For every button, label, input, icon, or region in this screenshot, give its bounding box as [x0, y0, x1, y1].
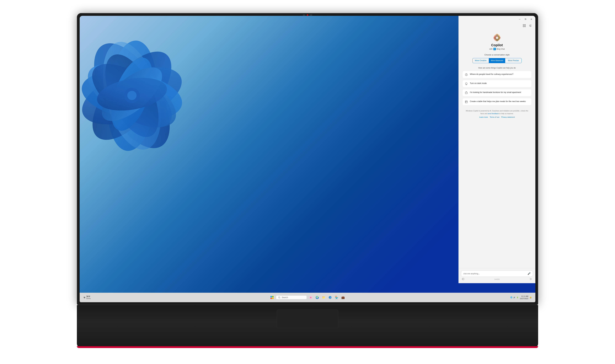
style-buttons: More Creative More Balanced More Precise [472, 58, 522, 63]
search-placeholder: Search [282, 296, 288, 299]
volume-icon[interactable]: 🔊 [513, 296, 516, 299]
svg-point-13 [127, 91, 136, 100]
conversation-style-label: Choose a conversation style [484, 54, 509, 56]
svg-rect-15 [525, 25, 525, 25]
search-icon [278, 296, 281, 299]
wallpaper-flower [80, 16, 221, 172]
taskbar-app-icon-5[interactable]: 🏪 [334, 295, 339, 300]
send-feedback-link[interactable]: send feedback [488, 113, 499, 115]
svg-point-18 [496, 37, 498, 39]
camera-led [307, 14, 308, 16]
grid-icon[interactable] [522, 23, 527, 28]
clock-date: 10/27/2023 [520, 298, 528, 300]
edge-icon [328, 296, 332, 299]
learn-more-link[interactable]: Learn more [479, 116, 488, 118]
suggestion-item-4[interactable]: Create a table that helps me plan meals … [462, 98, 532, 105]
copilot-content: Copilot with b Bing Chat Choose a conver… [459, 29, 535, 268]
style-balanced-button[interactable]: More Balanced [489, 58, 505, 63]
svg-rect-20 [465, 92, 468, 94]
suggestion-icon-4 [465, 100, 468, 104]
svg-point-27 [329, 296, 332, 299]
bing-label: Bing Chat [497, 48, 505, 50]
network-icon[interactable]: 🌐 [510, 296, 512, 299]
chat-input-area: 🎤 0/4000 [459, 268, 535, 283]
laptop: ─ ⧉ ✕ [62, 13, 553, 351]
system-tray: 🌐 🔊 🔋 [510, 296, 519, 299]
terms-link[interactable]: Terms of use [490, 116, 499, 118]
wallpaper: ─ ⧉ ✕ [80, 16, 535, 293]
close-button[interactable]: ✕ [529, 17, 534, 21]
bing-badge: with b Bing Chat [489, 48, 505, 50]
chat-footer: 0/4000 [461, 277, 533, 281]
taskbar-app-icon-3[interactable]: 📁 [321, 295, 326, 300]
svg-rect-16 [523, 26, 524, 27]
taskbar-right: 🌐 🔊 🔋 11:11 AM 10/27/2023 🔔 [510, 295, 532, 300]
suggestion-item-2[interactable]: Turn on dark mode [462, 80, 532, 87]
clock-time: 11:11 AM [520, 295, 528, 297]
microphone-icon[interactable]: 🎤 [528, 272, 531, 275]
taskbar-app-icon-6[interactable]: 💼 [341, 295, 346, 300]
char-count: 0/4000 [495, 278, 500, 280]
copilot-title: Copilot [491, 43, 503, 47]
desktop: ─ ⧉ ✕ [80, 16, 535, 302]
suggestion-icon-2 [465, 82, 468, 85]
svg-rect-14 [523, 25, 524, 25]
bing-subtitle: with [489, 48, 493, 50]
chat-input-box: 🎤 [461, 271, 533, 277]
notification-icon[interactable]: 🔔 [530, 296, 532, 299]
suggestion-text-1: Where do people travel for culinary expe… [470, 73, 513, 76]
suggestion-item-3[interactable]: I'm looking for handmade furniture for m… [462, 89, 532, 96]
svg-rect-25 [272, 298, 274, 299]
start-button[interactable] [269, 295, 274, 300]
svg-rect-17 [525, 26, 525, 27]
svg-rect-23 [272, 296, 274, 297]
style-precise-button[interactable]: More Precise [505, 58, 521, 63]
svg-rect-22 [270, 296, 272, 297]
svg-rect-21 [465, 101, 468, 103]
taskbar-app-icon-1[interactable]: 🌸 [308, 295, 313, 300]
privacy-link[interactable]: Privacy statement [501, 116, 515, 118]
suggestion-text-2: Turn on dark mode [470, 82, 487, 85]
screen-bezel: ─ ⧉ ✕ [80, 16, 535, 302]
taskbar-center: Search 🌸 🌍 📁 🏪 💼 [269, 295, 346, 300]
screen-lid: ─ ⧉ ✕ [77, 13, 538, 305]
ir-sensor [310, 14, 312, 16]
keyboard-base [77, 305, 538, 348]
suggestions-header: Here are some things Copilot can help yo… [478, 67, 516, 69]
suggestion-icon-3 [465, 91, 468, 94]
suggestion-icon-1 [465, 73, 468, 76]
copilot-logo [492, 32, 502, 43]
battery-icon[interactable]: 🔋 [516, 296, 519, 299]
weather-icon: 🌤 [83, 296, 85, 299]
weather-temp: 78°F [86, 296, 91, 298]
history-icon[interactable] [528, 23, 533, 28]
taskbar: 🌤 78°F Sunny [80, 293, 535, 302]
style-creative-button[interactable]: More Creative [473, 58, 489, 63]
send-button[interactable] [530, 278, 532, 281]
disclaimer-links: Learn more Terms of use Privacy statemen… [479, 116, 515, 118]
copilot-titlebar: ─ ⧉ ✕ [459, 16, 535, 23]
weather-condition: Sunny [86, 298, 91, 299]
time-display[interactable]: 11:11 AM 10/27/2023 [520, 295, 528, 300]
touchpad[interactable] [277, 310, 338, 328]
taskbar-app-icon-2[interactable]: 🌍 [315, 295, 320, 300]
minimize-button[interactable]: ─ [518, 17, 522, 21]
refresh-button[interactable] [462, 278, 465, 281]
copilot-panel: ─ ⧉ ✕ [458, 16, 535, 283]
suggestion-text-4: Create a table that helps me plan meals … [470, 100, 526, 103]
weather-widget[interactable]: 🌤 78°F Sunny [83, 296, 91, 299]
taskbar-app-icon-4[interactable] [328, 295, 333, 300]
camera-sensor [303, 14, 305, 16]
disclaimer: Windows Copilot is powered by AI. Surpri… [462, 110, 532, 115]
bing-icon: b [493, 48, 496, 50]
copilot-toolbar [459, 23, 535, 29]
svg-rect-24 [270, 298, 272, 299]
suggestion-text-3: I'm looking for handmade furniture for m… [470, 91, 521, 94]
restore-button[interactable]: ⧉ [523, 17, 528, 21]
search-bar[interactable]: Search [276, 296, 307, 299]
camera-bar [294, 14, 321, 16]
taskbar-left: 🌤 78°F Sunny [83, 296, 91, 299]
suggestion-item-1[interactable]: Where do people travel for culinary expe… [462, 71, 532, 78]
chat-input[interactable] [463, 273, 526, 275]
